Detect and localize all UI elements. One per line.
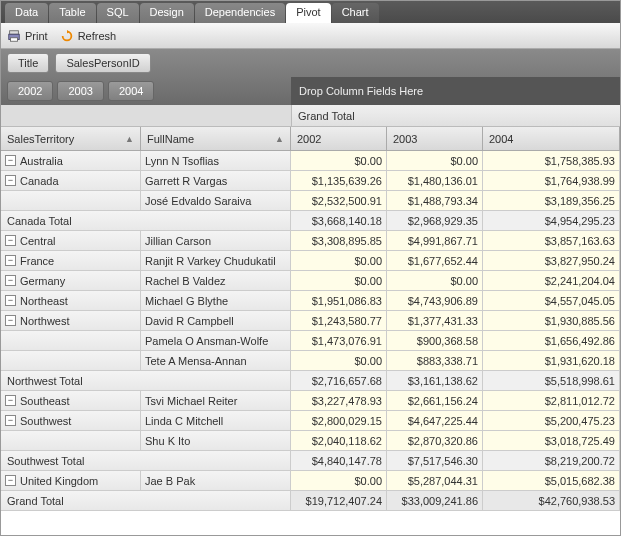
value-cell: $4,557,045.05 bbox=[483, 291, 620, 311]
value-cell: $1,764,938.99 bbox=[483, 171, 620, 191]
expand-icon[interactable] bbox=[5, 235, 16, 246]
filter-bar: Title SalesPersonID bbox=[1, 49, 620, 77]
grand-total-label: Grand Total bbox=[1, 491, 291, 511]
subtotal-label: Canada Total bbox=[1, 211, 291, 231]
table-row: NorthwestDavid R Campbell$1,243,580.77$1… bbox=[1, 311, 620, 331]
expand-icon[interactable] bbox=[5, 255, 16, 266]
tab-design[interactable]: Design bbox=[140, 3, 194, 23]
expand-icon[interactable] bbox=[5, 155, 16, 166]
column-drop-area[interactable]: Drop Column Fields Here bbox=[291, 77, 620, 105]
fullname-cell: Lynn N Tsoflias bbox=[141, 151, 291, 171]
value-cell: $2,241,204.04 bbox=[483, 271, 620, 291]
refresh-button[interactable]: Refresh bbox=[60, 29, 117, 43]
row-header-territory[interactable]: SalesTerritory ▲ bbox=[1, 127, 141, 151]
value-cell: $0.00 bbox=[291, 471, 387, 491]
value-cell: $0.00 bbox=[291, 351, 387, 371]
fullname-cell: Tsvi Michael Reiter bbox=[141, 391, 291, 411]
fullname-cell: Rachel B Valdez bbox=[141, 271, 291, 291]
table-row: GermanyRachel B Valdez$0.00$0.00$2,241,2… bbox=[1, 271, 620, 291]
territory-cell bbox=[1, 191, 141, 211]
fullname-cell: Jae B Pak bbox=[141, 471, 291, 491]
filter-title-chip[interactable]: Title bbox=[7, 53, 49, 73]
svg-rect-0 bbox=[10, 30, 19, 34]
fullname-cell: Tete A Mensa-Annan bbox=[141, 351, 291, 371]
year-btn-2004[interactable]: 2004 bbox=[108, 81, 154, 101]
toolbar: Print Refresh bbox=[1, 23, 620, 49]
fullname-cell: Linda C Mitchell bbox=[141, 411, 291, 431]
territory-cell bbox=[1, 351, 141, 371]
expand-icon[interactable] bbox=[5, 275, 16, 286]
table-row: Tete A Mensa-Annan$0.00$883,338.71$1,931… bbox=[1, 351, 620, 371]
territory-cell bbox=[1, 431, 141, 451]
expand-icon[interactable] bbox=[5, 395, 16, 406]
expand-icon[interactable] bbox=[5, 415, 16, 426]
table-row: FranceRanjit R Varkey Chudukatil$0.00$1,… bbox=[1, 251, 620, 271]
table-row: AustraliaLynn N Tsoflias$0.00$0.00$1,758… bbox=[1, 151, 620, 171]
fullname-cell: David R Campbell bbox=[141, 311, 291, 331]
svg-rect-2 bbox=[11, 37, 18, 41]
tab-dependencies[interactable]: Dependencies bbox=[195, 3, 285, 23]
table-row: Northwest Total$2,716,657.68$3,161,138.6… bbox=[1, 371, 620, 391]
expand-icon[interactable] bbox=[5, 315, 16, 326]
territory-cell: Central bbox=[1, 231, 141, 251]
value-cell: $1,758,385.93 bbox=[483, 151, 620, 171]
territory-label: Northeast bbox=[20, 295, 68, 307]
expand-icon[interactable] bbox=[5, 295, 16, 306]
territory-label: Southeast bbox=[20, 395, 70, 407]
territory-cell: United Kingdom bbox=[1, 471, 141, 491]
value-cell: $5,200,475.23 bbox=[483, 411, 620, 431]
expand-icon[interactable] bbox=[5, 475, 16, 486]
tab-pivot[interactable]: Pivot bbox=[286, 3, 330, 23]
filter-field-chip[interactable]: SalesPersonID bbox=[55, 53, 150, 73]
table-row: Canada Total$3,668,140.18$2,968,929.35$4… bbox=[1, 211, 620, 231]
territory-cell: Canada bbox=[1, 171, 141, 191]
refresh-label: Refresh bbox=[78, 30, 117, 42]
value-cell: $1,656,492.86 bbox=[483, 331, 620, 351]
sort-asc-icon: ▲ bbox=[125, 134, 134, 144]
value-cell: $1,951,086.83 bbox=[291, 291, 387, 311]
territory-label: France bbox=[20, 255, 54, 267]
value-cell: $5,287,044.31 bbox=[387, 471, 483, 491]
fullname-header-label: FullName bbox=[147, 133, 194, 145]
table-row: SoutheastTsvi Michael Reiter$3,227,478.9… bbox=[1, 391, 620, 411]
tab-table[interactable]: Table bbox=[49, 3, 95, 23]
print-button[interactable]: Print bbox=[7, 29, 48, 43]
col-header-2002[interactable]: 2002 bbox=[291, 127, 387, 151]
value-cell: $7,517,546.30 bbox=[387, 451, 483, 471]
row-field-area: 2002 2003 2004 bbox=[1, 77, 291, 105]
tab-chart[interactable]: Chart bbox=[332, 3, 379, 23]
value-cell: $8,219,200.72 bbox=[483, 451, 620, 471]
fullname-cell: Ranjit R Varkey Chudukatil bbox=[141, 251, 291, 271]
value-cell: $2,968,929.35 bbox=[387, 211, 483, 231]
territory-label: Australia bbox=[20, 155, 63, 167]
row-header-fullname[interactable]: FullName ▲ bbox=[141, 127, 291, 151]
col-header-2004[interactable]: 2004 bbox=[483, 127, 620, 151]
table-row: Shu K Ito$2,040,118.62$2,870,320.86$3,01… bbox=[1, 431, 620, 451]
subtotal-label: Southwest Total bbox=[1, 451, 291, 471]
year-btn-2003[interactable]: 2003 bbox=[57, 81, 103, 101]
tab-sql[interactable]: SQL bbox=[97, 3, 139, 23]
value-cell: $1,930,885.56 bbox=[483, 311, 620, 331]
table-row: SouthwestLinda C Mitchell$2,800,029.15$4… bbox=[1, 411, 620, 431]
value-cell: $0.00 bbox=[387, 271, 483, 291]
territory-label: United Kingdom bbox=[20, 475, 98, 487]
value-cell: $3,308,895.85 bbox=[291, 231, 387, 251]
value-cell: $2,716,657.68 bbox=[291, 371, 387, 391]
value-cell: $33,009,241.86 bbox=[387, 491, 483, 511]
value-cell: $1,473,076.91 bbox=[291, 331, 387, 351]
territory-label: Northwest bbox=[20, 315, 70, 327]
expand-icon[interactable] bbox=[5, 175, 16, 186]
value-cell: $19,712,407.24 bbox=[291, 491, 387, 511]
value-cell: $5,518,998.61 bbox=[483, 371, 620, 391]
territory-label: Germany bbox=[20, 275, 65, 287]
table-row: CanadaGarrett R Vargas$1,135,639.26$1,48… bbox=[1, 171, 620, 191]
tab-data[interactable]: Data bbox=[5, 3, 48, 23]
fullname-cell: José Edvaldo Saraiva bbox=[141, 191, 291, 211]
value-cell: $900,368.58 bbox=[387, 331, 483, 351]
year-btn-2002[interactable]: 2002 bbox=[7, 81, 53, 101]
value-cell: $1,377,431.33 bbox=[387, 311, 483, 331]
col-header-2003[interactable]: 2003 bbox=[387, 127, 483, 151]
value-cell: $3,668,140.18 bbox=[291, 211, 387, 231]
value-cell: $1,480,136.01 bbox=[387, 171, 483, 191]
tab-bar: Data Table SQL Design Dependencies Pivot… bbox=[1, 1, 620, 23]
